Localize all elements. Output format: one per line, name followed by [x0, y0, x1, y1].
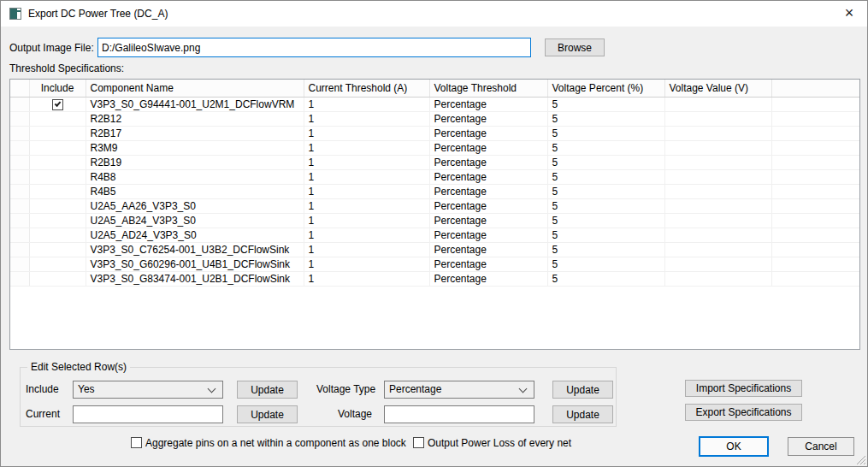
- ok-button[interactable]: OK: [699, 436, 769, 457]
- component-name-cell[interactable]: R2B12: [86, 111, 304, 126]
- include-cell[interactable]: [29, 155, 86, 169]
- component-name-cell[interactable]: U2A5_AB24_V3P3_S0: [86, 213, 304, 228]
- table-row[interactable]: U2A5_AD24_V3P3_S01Percentage5: [10, 228, 859, 242]
- table-row[interactable]: V3P3_S0_G83474-001_U2B1_DCFlowSink1Perce…: [10, 271, 859, 286]
- voltage-value-cell[interactable]: [664, 271, 771, 286]
- current-threshold-cell[interactable]: 1: [304, 242, 429, 257]
- include-cell[interactable]: [29, 213, 86, 228]
- table-row[interactable]: R4B81Percentage5: [10, 169, 859, 184]
- import-specifications-button[interactable]: Import Specifications: [685, 380, 802, 397]
- voltage-threshold-cell[interactable]: Percentage: [429, 271, 547, 286]
- voltage-value-cell[interactable]: [664, 257, 771, 271]
- include-combobox[interactable]: Yes: [73, 381, 223, 399]
- component-name-cell[interactable]: R2B17: [86, 126, 304, 140]
- include-cell[interactable]: [29, 126, 86, 140]
- threshold-specifications-table[interactable]: Include Component Name Current Threshold…: [9, 79, 860, 350]
- current-threshold-cell[interactable]: 1: [304, 140, 429, 155]
- voltage-threshold-cell[interactable]: Percentage: [429, 140, 547, 155]
- current-input[interactable]: [73, 405, 223, 423]
- table-row[interactable]: R4B51Percentage5: [10, 184, 859, 198]
- include-cell[interactable]: [29, 198, 86, 213]
- include-cell[interactable]: [29, 97, 86, 111]
- voltage-threshold-cell[interactable]: Percentage: [429, 111, 547, 126]
- column-current-threshold[interactable]: Current Threshold (A): [304, 80, 429, 97]
- voltage-type-combobox[interactable]: Percentage: [384, 381, 534, 399]
- component-name-cell[interactable]: R2B19: [86, 155, 304, 169]
- include-checkbox[interactable]: [52, 99, 63, 110]
- include-cell[interactable]: [29, 257, 86, 271]
- export-specifications-button[interactable]: Export Specifications: [685, 404, 802, 421]
- current-threshold-cell[interactable]: 1: [304, 198, 429, 213]
- table-row[interactable]: V3P3_S0_G94441-001_U2M1_DCFlowVRM1Percen…: [10, 97, 859, 111]
- voltage-value-cell[interactable]: [664, 126, 771, 140]
- voltage-threshold-cell[interactable]: Percentage: [429, 257, 547, 271]
- component-name-cell[interactable]: R4B5: [86, 184, 304, 198]
- column-voltage-value[interactable]: Voltage Value (V): [664, 80, 771, 97]
- voltage-threshold-cell[interactable]: Percentage: [429, 213, 547, 228]
- voltage-percent-cell[interactable]: 5: [547, 126, 664, 140]
- voltage-input[interactable]: [384, 405, 534, 423]
- voltage-threshold-cell[interactable]: Percentage: [429, 126, 547, 140]
- component-name-cell[interactable]: U2A5_AD24_V3P3_S0: [86, 228, 304, 242]
- voltage-threshold-cell[interactable]: Percentage: [429, 242, 547, 257]
- component-name-cell[interactable]: V3P3_S0_G83474-001_U2B1_DCFlowSink: [86, 271, 304, 286]
- voltage-value-cell[interactable]: [664, 169, 771, 184]
- update-include-button[interactable]: Update: [237, 381, 298, 399]
- close-icon[interactable]: ×: [840, 3, 859, 22]
- voltage-threshold-cell[interactable]: Percentage: [429, 155, 547, 169]
- voltage-percent-cell[interactable]: 5: [547, 242, 664, 257]
- voltage-value-cell[interactable]: [664, 111, 771, 126]
- voltage-percent-cell[interactable]: 5: [547, 213, 664, 228]
- voltage-value-cell[interactable]: [664, 213, 771, 228]
- voltage-percent-cell[interactable]: 5: [547, 184, 664, 198]
- current-threshold-cell[interactable]: 1: [304, 111, 429, 126]
- update-voltage-button[interactable]: Update: [552, 405, 613, 423]
- include-cell[interactable]: [29, 271, 86, 286]
- voltage-value-cell[interactable]: [664, 97, 771, 111]
- component-name-cell[interactable]: R4B8: [86, 169, 304, 184]
- voltage-percent-cell[interactable]: 5: [547, 228, 664, 242]
- table-row[interactable]: R3M91Percentage5: [10, 140, 859, 155]
- column-include[interactable]: Include: [29, 80, 86, 97]
- include-cell[interactable]: [29, 140, 86, 155]
- voltage-value-cell[interactable]: [664, 140, 771, 155]
- component-name-cell[interactable]: V3P3_S0_G60296-001_U4B1_DCFlowSink: [86, 257, 304, 271]
- voltage-threshold-cell[interactable]: Percentage: [429, 198, 547, 213]
- current-threshold-cell[interactable]: 1: [304, 126, 429, 140]
- table-row[interactable]: U2A5_AB24_V3P3_S01Percentage5: [10, 213, 859, 228]
- browse-button[interactable]: Browse: [545, 38, 605, 56]
- voltage-value-cell[interactable]: [664, 242, 771, 257]
- voltage-threshold-cell[interactable]: Percentage: [429, 169, 547, 184]
- current-threshold-cell[interactable]: 1: [304, 257, 429, 271]
- output-image-file-input[interactable]: [97, 38, 531, 57]
- cancel-button[interactable]: Cancel: [788, 437, 854, 456]
- voltage-percent-cell[interactable]: 5: [547, 271, 664, 286]
- current-threshold-cell[interactable]: 1: [304, 155, 429, 169]
- voltage-threshold-cell[interactable]: Percentage: [429, 184, 547, 198]
- voltage-percent-cell[interactable]: 5: [547, 198, 664, 213]
- update-current-button[interactable]: Update: [237, 405, 298, 423]
- table-row[interactable]: V3P3_S0_C76254-001_U3B2_DCFlowSink1Perce…: [10, 242, 859, 257]
- column-voltage-threshold[interactable]: Voltage Threshold: [429, 80, 547, 97]
- current-threshold-cell[interactable]: 1: [304, 97, 429, 111]
- table-row[interactable]: R2B171Percentage5: [10, 126, 859, 140]
- include-cell[interactable]: [29, 169, 86, 184]
- component-name-cell[interactable]: U2A5_AA26_V3P3_S0: [86, 198, 304, 213]
- column-component-name[interactable]: Component Name: [86, 80, 304, 97]
- voltage-threshold-cell[interactable]: Percentage: [429, 228, 547, 242]
- voltage-value-cell[interactable]: [664, 198, 771, 213]
- voltage-percent-cell[interactable]: 5: [547, 169, 664, 184]
- voltage-percent-cell[interactable]: 5: [547, 97, 664, 111]
- voltage-threshold-cell[interactable]: Percentage: [429, 97, 547, 111]
- resize-grip-icon[interactable]: [855, 454, 866, 465]
- update-voltage-type-button[interactable]: Update: [552, 381, 613, 399]
- output-power-loss-checkbox[interactable]: [413, 437, 424, 448]
- voltage-percent-cell[interactable]: 5: [547, 140, 664, 155]
- aggregate-pins-checkbox[interactable]: [131, 437, 142, 448]
- include-cell[interactable]: [29, 242, 86, 257]
- voltage-percent-cell[interactable]: 5: [547, 111, 664, 126]
- current-threshold-cell[interactable]: 1: [304, 169, 429, 184]
- voltage-value-cell[interactable]: [664, 228, 771, 242]
- component-name-cell[interactable]: R3M9: [86, 140, 304, 155]
- component-name-cell[interactable]: V3P3_S0_G94441-001_U2M1_DCFlowVRM: [86, 97, 304, 111]
